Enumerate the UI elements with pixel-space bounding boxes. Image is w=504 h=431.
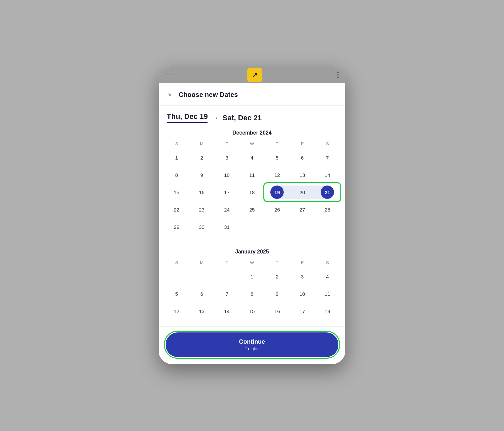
day-cell[interactable]: 6 [189, 285, 214, 302]
day-cell[interactable]: 30 [189, 218, 214, 235]
start-date-text: Thu, Dec 19 [167, 112, 208, 121]
device-top-bar: ↗ [159, 67, 345, 83]
day-number: 7 [321, 151, 334, 164]
modal-title: Choose new Dates [179, 91, 238, 99]
day-number: 18 [245, 186, 259, 199]
day-cell[interactable]: 5 [265, 149, 290, 166]
day-cell[interactable]: 6 [290, 149, 315, 166]
minimize-icon [165, 75, 172, 75]
end-date-chip[interactable]: Sat, Dec 21 [222, 114, 261, 122]
day-cell[interactable]: 13 [290, 166, 315, 184]
day-cell[interactable]: 18 [239, 184, 264, 201]
continue-btn-wrapper: Continue 2 nights [164, 331, 340, 359]
day-number: 31 [220, 220, 234, 233]
day-cell[interactable]: 10 [214, 166, 239, 184]
day-number: 16 [270, 304, 284, 318]
day-number: 3 [220, 151, 234, 164]
day-cell-empty [290, 218, 315, 235]
day-number: 7 [220, 287, 234, 300]
day-cell[interactable]: 1 [239, 268, 264, 285]
close-button[interactable]: × [167, 90, 173, 100]
day-cell[interactable]: 3 [214, 149, 239, 166]
day-cell[interactable]: 17 [290, 302, 315, 320]
day-number: 17 [220, 186, 234, 199]
day-20-cell[interactable]: 20 [290, 184, 315, 201]
weekday-s1: S [164, 140, 189, 148]
day-cell[interactable]: 10 [290, 285, 315, 302]
day-cell[interactable]: 9 [265, 285, 290, 302]
day-cell-empty [164, 268, 189, 285]
day-number: 8 [170, 168, 183, 182]
day-cell[interactable]: 3 [290, 268, 315, 285]
december-title: December 2024 [164, 123, 340, 140]
day-cell[interactable]: 2 [189, 149, 214, 166]
day-cell[interactable]: 13 [189, 302, 214, 320]
day-cell[interactable]: 7 [315, 149, 340, 166]
date-arrow: → [212, 114, 218, 122]
day-cell[interactable]: 25 [239, 201, 264, 218]
day-cell[interactable]: 2 [265, 268, 290, 285]
day-cell[interactable]: 16 [189, 184, 214, 201]
day-21-cell[interactable]: 21 [315, 184, 340, 201]
day-number: 26 [270, 203, 284, 216]
day-number: 13 [296, 168, 309, 182]
day-number: 18 [321, 304, 334, 318]
weekday-w1: W [239, 140, 264, 148]
day-cell[interactable]: 28 [315, 201, 340, 218]
day-cell[interactable]: 1 [164, 149, 189, 166]
continue-button-area: Continue 2 nights [159, 326, 345, 364]
day-cell[interactable]: 14 [214, 302, 239, 320]
january-days-grid: 1 2 3 4 5 6 7 8 9 10 11 12 13 14 15 [164, 268, 340, 320]
day-number: 4 [321, 270, 334, 283]
day-cell[interactable]: 7 [214, 285, 239, 302]
day-cell[interactable]: 16 [265, 302, 290, 320]
weekday-t2: T [265, 259, 290, 266]
day-cell[interactable]: 4 [315, 268, 340, 285]
day-cell[interactable]: 24 [214, 201, 239, 218]
day-cell[interactable]: 31 [214, 218, 239, 235]
day-number: 5 [170, 287, 183, 300]
january-title: January 2025 [164, 242, 340, 259]
day-cell[interactable]: 18 [315, 302, 340, 320]
weekday-w1: W [239, 259, 264, 266]
day-cell[interactable]: 8 [164, 166, 189, 184]
day-cell-empty [315, 218, 340, 235]
start-date-chip[interactable]: Thu, Dec 19 [167, 112, 208, 123]
day-cell[interactable]: 29 [164, 218, 189, 235]
day-number: 11 [321, 287, 334, 300]
day-cell[interactable]: 17 [214, 184, 239, 201]
end-date-text: Sat, Dec 21 [222, 114, 261, 122]
day-19-cell[interactable]: 19 [265, 184, 290, 201]
day-cell[interactable]: 23 [189, 201, 214, 218]
day-number: 14 [220, 304, 234, 318]
continue-button[interactable]: Continue 2 nights [166, 332, 338, 357]
day-number: 11 [245, 168, 259, 182]
more-options-icon [337, 72, 339, 78]
day-cell[interactable]: 11 [239, 166, 264, 184]
day-number: 24 [220, 203, 234, 216]
day-cell[interactable]: 5 [164, 285, 189, 302]
day-number: 2 [270, 270, 284, 283]
day-cell[interactable]: 12 [265, 166, 290, 184]
day-number: 27 [296, 203, 309, 216]
day-cell[interactable]: 15 [164, 184, 189, 201]
day-cell[interactable]: 9 [189, 166, 214, 184]
day-number: 12 [170, 304, 183, 318]
weekday-m1: M [189, 259, 214, 266]
day-number: 25 [245, 203, 259, 216]
day-cell[interactable]: 8 [239, 285, 264, 302]
day-number: 6 [195, 287, 208, 300]
day-cell[interactable]: 27 [290, 201, 315, 218]
weekday-s2: S [315, 140, 340, 148]
day-cell-empty [265, 218, 290, 235]
day-cell[interactable]: 12 [164, 302, 189, 320]
day-number: 28 [321, 203, 334, 216]
day-cell[interactable]: 11 [315, 285, 340, 302]
day-cell[interactable]: 15 [239, 302, 264, 320]
day-cell[interactable]: 22 [164, 201, 189, 218]
day-number: 12 [270, 168, 284, 182]
day-cell[interactable]: 26 [265, 201, 290, 218]
app-logo: ↗ [247, 68, 262, 82]
day-cell[interactable]: 4 [239, 149, 264, 166]
day-cell[interactable]: 14 [315, 166, 340, 184]
